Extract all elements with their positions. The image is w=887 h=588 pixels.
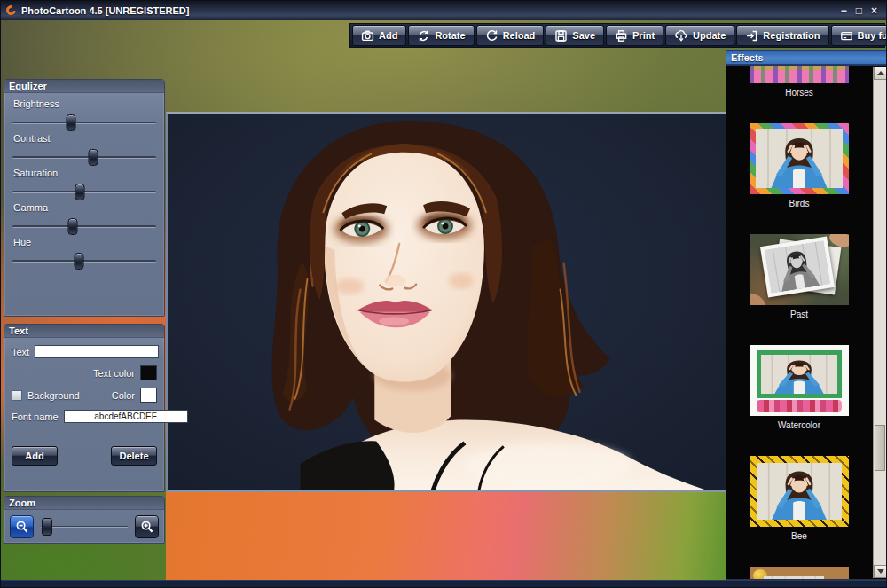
brightness-track[interactable] bbox=[12, 122, 156, 124]
title-bar: PhotoCartoon 4.5 [UNREGISTERED] − □ × bbox=[1, 1, 886, 20]
contrast-label: Contrast bbox=[13, 133, 164, 144]
maximize-button[interactable]: □ bbox=[856, 4, 862, 17]
equalizer-header: Equlizer bbox=[4, 80, 164, 93]
hue-label: Hue bbox=[13, 237, 164, 247]
scroll-up-button[interactable] bbox=[874, 67, 887, 80]
update-button[interactable]: Update bbox=[665, 25, 734, 46]
image-canvas[interactable] bbox=[166, 112, 726, 492]
effect-item-horses[interactable]: Horses bbox=[750, 66, 849, 98]
effect-thumbnail-horses[interactable] bbox=[750, 66, 849, 83]
effect-label: Birds bbox=[789, 199, 810, 208]
zoom-out-button[interactable] bbox=[10, 515, 34, 538]
printer-icon bbox=[615, 29, 628, 43]
close-button[interactable]: × bbox=[871, 4, 877, 17]
hue-track[interactable] bbox=[12, 260, 156, 263]
zoom-in-icon bbox=[140, 520, 154, 534]
registration-button-label: Registration bbox=[763, 30, 820, 41]
scrollbar-thumb[interactable] bbox=[875, 425, 885, 471]
gamma-thumb[interactable] bbox=[68, 218, 78, 235]
saturation-label: Saturation bbox=[13, 168, 164, 178]
background-color-swatch[interactable] bbox=[140, 388, 157, 403]
flowers-decoration bbox=[757, 400, 842, 412]
text-color-swatch[interactable] bbox=[140, 365, 157, 380]
contrast-track[interactable] bbox=[12, 156, 156, 159]
status-bar bbox=[1, 580, 886, 587]
gamma-track[interactable] bbox=[12, 225, 156, 228]
add-button[interactable]: Add bbox=[352, 25, 406, 46]
effect-thumbnail-partial[interactable] bbox=[750, 567, 849, 579]
rotate-button-label: Rotate bbox=[435, 30, 465, 41]
zoom-in-button[interactable] bbox=[135, 515, 159, 538]
effect-thumbnail-bee[interactable] bbox=[750, 456, 849, 527]
font-name-label: Font name bbox=[12, 412, 59, 422]
hue-thumb[interactable] bbox=[74, 253, 83, 270]
girl-photo-image bbox=[765, 240, 831, 294]
effects-list-body: Horses Birds bbox=[726, 65, 887, 580]
rotate-button[interactable]: Rotate bbox=[408, 25, 474, 46]
text-color-label: Text color bbox=[93, 368, 135, 379]
text-add-button[interactable]: Add bbox=[12, 446, 58, 466]
effect-label: Past bbox=[790, 310, 808, 319]
sketch-photo bbox=[760, 236, 835, 297]
zoom-panel-title: Zoom bbox=[4, 498, 35, 508]
effect-thumbnail-birds[interactable] bbox=[750, 123, 849, 194]
text-field-label: Text bbox=[12, 347, 29, 357]
reload-button-label: Reload bbox=[503, 30, 536, 41]
registration-button[interactable]: Registration bbox=[736, 25, 828, 46]
text-panel: Text Text Text color Background Color Fo… bbox=[4, 324, 165, 492]
font-name-input[interactable] bbox=[64, 410, 188, 423]
slider-brightness: Brightness bbox=[4, 98, 164, 124]
effect-thumbnail-watercolor[interactable] bbox=[750, 345, 849, 416]
window-title: PhotoCartoon 4.5 [UNREGISTERED] bbox=[21, 5, 841, 16]
effect-label: Bee bbox=[791, 531, 807, 541]
girl-photo-image bbox=[756, 129, 843, 188]
background-checkbox[interactable] bbox=[12, 390, 22, 401]
effect-item-bee[interactable]: Bee bbox=[750, 456, 849, 541]
text-input[interactable] bbox=[35, 345, 159, 358]
buy-full-version-label: Buy full version bbox=[858, 30, 887, 41]
text-panel-header: Text bbox=[4, 325, 164, 338]
effects-title: Effects bbox=[726, 52, 764, 63]
reload-button[interactable]: Reload bbox=[476, 25, 545, 46]
equalizer-title: Equlizer bbox=[4, 81, 47, 91]
effects-scrollbar[interactable] bbox=[873, 67, 886, 578]
minimize-button[interactable]: − bbox=[841, 4, 847, 17]
contrast-thumb[interactable] bbox=[88, 149, 98, 166]
slider-hue: Hue bbox=[4, 237, 164, 263]
hand-icon bbox=[750, 291, 767, 305]
effect-item-watercolor[interactable]: Watercolor bbox=[750, 345, 849, 430]
effect-item-birds[interactable]: Birds bbox=[750, 123, 849, 208]
slider-saturation: Saturation bbox=[4, 168, 164, 193]
saturation-track[interactable] bbox=[12, 191, 156, 193]
cloud-download-icon bbox=[674, 29, 688, 43]
effect-thumbnail-past[interactable] bbox=[750, 234, 849, 305]
background-label: Background bbox=[27, 390, 80, 401]
effect-item-partial[interactable] bbox=[750, 567, 849, 579]
effect-label: Horses bbox=[785, 88, 813, 98]
print-button-label: Print bbox=[632, 30, 655, 41]
zoom-slider-thumb[interactable] bbox=[42, 518, 52, 536]
scroll-down-button[interactable] bbox=[874, 565, 887, 578]
save-button-label: Save bbox=[572, 30, 595, 41]
camera-icon bbox=[361, 29, 374, 43]
effects-list: Horses Birds bbox=[732, 66, 867, 579]
zoom-out-icon bbox=[15, 520, 29, 534]
text-delete-button[interactable]: Delete bbox=[111, 446, 157, 466]
print-button[interactable]: Print bbox=[606, 25, 663, 46]
girl-photo-image bbox=[757, 463, 842, 520]
effects-header: Effects bbox=[726, 50, 887, 65]
effect-item-past[interactable]: Past bbox=[750, 234, 849, 319]
add-button-label: Add bbox=[379, 30, 397, 41]
save-button[interactable]: Save bbox=[546, 25, 604, 46]
update-button-label: Update bbox=[693, 30, 726, 41]
photocartoon-window: PhotoCartoon 4.5 [UNREGISTERED] − □ × Ad… bbox=[0, 0, 887, 588]
canvas-bottom-gradient bbox=[166, 492, 726, 582]
brightness-thumb[interactable] bbox=[67, 114, 76, 131]
gamma-label: Gamma bbox=[13, 202, 164, 213]
saturation-thumb[interactable] bbox=[75, 184, 85, 200]
zoom-slider-track[interactable] bbox=[41, 526, 128, 528]
buy-full-version-button[interactable]: Buy full version bbox=[831, 25, 887, 46]
effects-panel: Effects Horses Birds bbox=[726, 50, 887, 580]
color-label: Color bbox=[112, 390, 135, 401]
rotate-icon bbox=[417, 29, 430, 43]
